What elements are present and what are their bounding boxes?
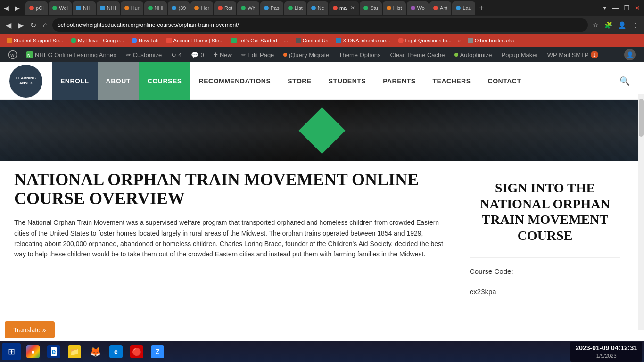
page-title: NATIONAL ORPHAN TRAIN MOVEMENT ONLINE CO… xyxy=(14,171,446,208)
url-input[interactable] xyxy=(52,18,588,32)
tab-pas[interactable]: Pas xyxy=(260,1,283,15)
system-clock: 2023-01-09 04:12:31 1/9/2023 xyxy=(570,342,642,362)
tab-nav[interactable]: ◀ ▶ xyxy=(2,3,22,13)
nav-item-contact[interactable]: CONTACT xyxy=(479,62,530,100)
site-navigation: LEARNINGANNEX ENROLL ABOUT COURSES RECOM… xyxy=(0,62,644,100)
nheg-icon: N xyxy=(26,51,33,58)
wp-updates-item[interactable]: ↻ 4 xyxy=(166,47,186,62)
tab-wh[interactable]: Wh xyxy=(237,1,259,15)
tab-list[interactable]: List xyxy=(284,1,306,15)
scrollbar-thumb[interactable] xyxy=(639,99,644,137)
windows-logo-icon: ⊞ xyxy=(8,346,15,357)
taskbar-zoom-app[interactable]: Z xyxy=(148,343,167,360)
forward-button[interactable]: ▶ xyxy=(13,3,22,13)
tab-ma-active[interactable]: ma✕ xyxy=(329,1,359,15)
wp-user-avatar-item[interactable]: 👤 xyxy=(619,47,640,62)
bookmark-lets-get-started[interactable]: Let's Get Started —... xyxy=(228,37,290,44)
wp-autoptimize-item[interactable]: Autoptimize xyxy=(450,47,497,62)
nav-item-teachers[interactable]: TEACHERS xyxy=(424,62,479,100)
wp-clear-theme-cache-item[interactable]: Clear Theme Cache xyxy=(385,47,449,62)
page-scrollbar[interactable] xyxy=(638,94,644,330)
bookmark-star-button[interactable]: ☆ xyxy=(591,19,601,31)
nav-item-about[interactable]: ABOUT xyxy=(98,62,139,100)
taskbar-firefox-app[interactable]: 🦊 xyxy=(86,343,105,360)
tab-lau[interactable]: Lau xyxy=(452,1,475,15)
bookmark-eight-questions[interactable]: Eight Questions to... xyxy=(395,37,454,44)
refresh-button[interactable]: ↻ xyxy=(28,19,38,32)
bookmark-my-drive[interactable]: My Drive - Google... xyxy=(68,37,127,44)
minimize-button[interactable]: — xyxy=(611,3,621,13)
nav-item-enroll[interactable]: ENROLL xyxy=(52,62,98,100)
zoom-icon: Z xyxy=(151,345,164,358)
home-button[interactable]: ⌂ xyxy=(41,19,50,31)
bookmark-contact-us[interactable]: Contact Us xyxy=(293,37,331,44)
wp-admin-bar: W N NHEG Online Learning Annex ✏ Customi… xyxy=(0,47,644,62)
bookmark-other[interactable]: Other bookmarks xyxy=(465,37,517,44)
site-logo[interactable]: LEARNINGANNEX xyxy=(9,65,42,98)
tab-wo[interactable]: Wo xyxy=(407,1,429,15)
translate-button[interactable]: Translate » xyxy=(5,321,55,338)
profile-button[interactable]: 👤 xyxy=(616,19,628,31)
nav-item-store[interactable]: STORE xyxy=(279,62,320,100)
forward-nav-button[interactable]: ▶ xyxy=(16,19,25,32)
nav-item-courses[interactable]: COURSES xyxy=(139,62,190,100)
course-code-label: Course Code: xyxy=(470,267,620,275)
nav-item-students[interactable]: STUDENTS xyxy=(320,62,374,100)
tab-overflow-button[interactable]: ▼ xyxy=(600,5,610,11)
taskbar: ⊞ ● e 📁 🦊 e 🔴 Z 2023-01-09 04 xyxy=(0,341,644,362)
wordpress-icon: W xyxy=(8,50,17,59)
bookmark-new-tab[interactable]: New Tab xyxy=(129,37,162,44)
new-tab-button[interactable]: + xyxy=(476,3,487,13)
chrome-icon: ● xyxy=(26,345,40,358)
tab-hur[interactable]: Hur xyxy=(121,1,143,15)
tab-rot[interactable]: Rot xyxy=(214,1,236,15)
taskbar-ie-app[interactable]: e xyxy=(44,343,63,360)
wp-theme-options-item[interactable]: Theme Options xyxy=(334,47,386,62)
hero-image xyxy=(0,100,644,161)
search-button[interactable]: 🔍 xyxy=(615,76,635,86)
restore-button[interactable]: ❐ xyxy=(622,3,632,13)
nav-item-recommendations[interactable]: RECOMMENDATIONS xyxy=(190,62,280,100)
tab-hor[interactable]: Hor xyxy=(190,1,213,15)
bookmark-xdna[interactable]: X-DNA Inheritance... xyxy=(333,37,393,44)
file-explorer-icon: 📁 xyxy=(68,345,81,358)
nav-item-parents[interactable]: PARENTS xyxy=(374,62,424,100)
wp-popup-maker-item[interactable]: Popup Maker xyxy=(496,47,542,62)
tab-nhi2[interactable]: NHI xyxy=(97,1,120,15)
tab-stu[interactable]: Stu xyxy=(360,1,382,15)
bookmark-student-support[interactable]: Student Support Se... xyxy=(4,37,66,44)
wp-comments-item[interactable]: 💬 0 xyxy=(186,47,208,62)
back-button[interactable]: ◀ xyxy=(2,3,11,13)
wp-mail-smtp-item[interactable]: WP Mail SMTP 1 xyxy=(543,47,603,62)
taskbar-app6[interactable]: 🔴 xyxy=(127,343,146,360)
tab-hist[interactable]: Hist xyxy=(383,1,406,15)
wp-customize-item[interactable]: ✏ Customize xyxy=(121,47,166,62)
tab-wei[interactable]: Wei xyxy=(49,1,72,15)
wp-edit-page-item[interactable]: ✏ Edit Page xyxy=(237,47,279,62)
svg-text:W: W xyxy=(10,53,15,58)
start-button[interactable]: ⊞ xyxy=(2,343,21,360)
avatar: 👤 xyxy=(624,49,636,60)
address-bar-icons: ☆ 🧩 👤 ⋮ xyxy=(591,19,640,31)
taskbar-edge-app[interactable]: e xyxy=(107,343,125,360)
address-bar: ◀ ▶ ↻ ⌂ ☆ 🧩 👤 ⋮ xyxy=(0,16,644,34)
tab-nhi1[interactable]: NHI xyxy=(73,1,96,15)
wp-new-item[interactable]: + New xyxy=(209,47,237,62)
tab-ant[interactable]: Ant xyxy=(429,1,452,15)
extensions-button[interactable]: 🧩 xyxy=(603,19,614,31)
wp-jquery-migrate-item[interactable]: jQuery Migrate xyxy=(279,47,334,62)
tab-39[interactable]: (39 xyxy=(168,1,190,15)
wp-logo-item[interactable]: W xyxy=(4,47,22,62)
tab-pci[interactable]: pCI xyxy=(25,1,48,15)
menu-button[interactable]: ⋮ xyxy=(630,19,640,31)
wp-site-name-item[interactable]: N NHEG Online Learning Annex xyxy=(22,47,121,62)
close-window-button[interactable]: ✕ xyxy=(633,3,642,13)
bookmark-account-home[interactable]: Account Home | Ste... xyxy=(164,37,227,44)
taskbar-explorer-app[interactable]: 📁 xyxy=(65,343,84,360)
hero-logo-diamond xyxy=(299,107,346,154)
tab-nhi3[interactable]: NHI xyxy=(144,1,167,15)
taskbar-chrome-app[interactable]: ● xyxy=(24,343,42,360)
back-nav-button[interactable]: ◀ xyxy=(4,19,13,32)
signin-box: SIGN INTO THE NATIONAL ORPHAN TRAIN MOVE… xyxy=(460,171,630,305)
tab-ne[interactable]: Ne xyxy=(307,1,328,15)
